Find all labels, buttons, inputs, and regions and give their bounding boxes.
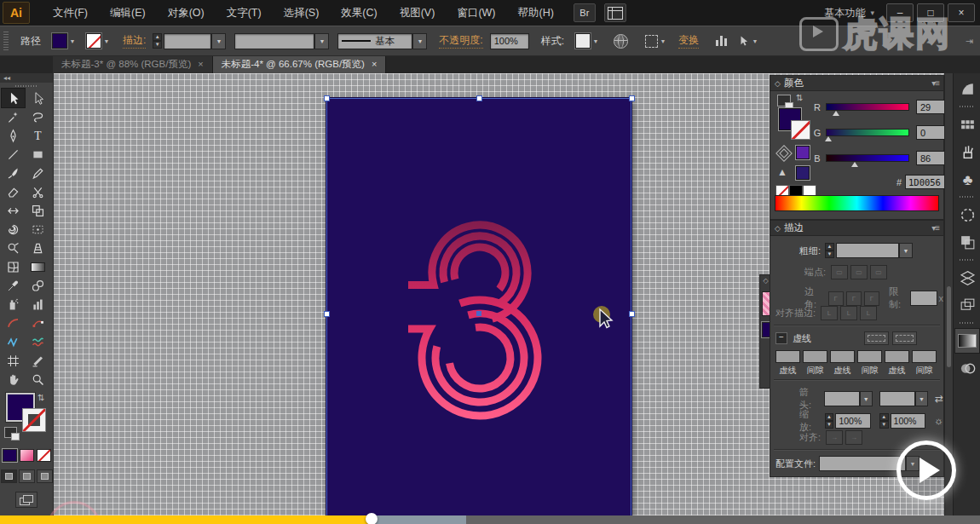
align-arrow-tip-button[interactable]: → bbox=[826, 430, 843, 445]
dock-grip[interactable] bbox=[960, 196, 975, 198]
stepper-down-icon[interactable]: ▼ bbox=[825, 250, 834, 258]
dash-input[interactable] bbox=[775, 350, 800, 363]
limit-input[interactable] bbox=[910, 291, 937, 306]
join-miter-button[interactable]: Γ bbox=[828, 291, 844, 306]
dash-input[interactable] bbox=[885, 350, 909, 363]
stepper-down-icon[interactable]: ▼ bbox=[153, 41, 162, 49]
stepper-up-icon[interactable]: ▲ bbox=[825, 243, 834, 250]
artboard[interactable] bbox=[326, 98, 631, 515]
align-distribute-icon[interactable] bbox=[716, 36, 727, 46]
variable-width-select[interactable] bbox=[234, 33, 314, 49]
slider-thumb[interactable] bbox=[833, 111, 839, 116]
chevron-down-icon[interactable]: ▼ bbox=[412, 33, 427, 49]
paint-none-button[interactable] bbox=[37, 449, 51, 462]
minimize-button[interactable]: – bbox=[886, 3, 914, 22]
menu-type[interactable]: 文字(T) bbox=[216, 0, 273, 26]
color-panel-header[interactable]: ◇ 颜色 ▾≡ bbox=[770, 76, 943, 91]
symbol-sprayer-tool-icon[interactable] bbox=[2, 295, 25, 314]
transform-panel-icon[interactable] bbox=[955, 293, 979, 317]
pathfinder-panel-icon[interactable] bbox=[955, 230, 979, 254]
chevron-down-icon[interactable]: ▼ bbox=[860, 391, 873, 406]
column-graph-tool-icon[interactable] bbox=[26, 295, 49, 314]
link-scales-icon[interactable]: ☼ bbox=[934, 415, 943, 427]
panel-menu-icon[interactable]: ▾≡ bbox=[931, 78, 939, 88]
stepper-up-icon[interactable]: ▲ bbox=[825, 413, 834, 421]
gamut-swatch[interactable] bbox=[796, 166, 810, 180]
swap-icon[interactable]: ⇄ bbox=[795, 94, 804, 101]
style-swatch[interactable] bbox=[575, 33, 591, 49]
dash-align-button[interactable] bbox=[892, 331, 917, 345]
selection-tool-icon[interactable] bbox=[2, 89, 25, 107]
mini-fill-stroke-icon[interactable] bbox=[777, 95, 791, 107]
pen-tool-icon[interactable] bbox=[2, 126, 25, 145]
menu-view[interactable]: 视图(V) bbox=[389, 0, 447, 26]
stroke-none-swatch[interactable] bbox=[86, 33, 101, 49]
selection-handle-top-right[interactable] bbox=[629, 95, 635, 101]
warp-tool-icon[interactable] bbox=[2, 220, 25, 239]
appearance-panel-icon[interactable] bbox=[955, 266, 979, 290]
dock-grip[interactable] bbox=[960, 106, 975, 107]
close-icon[interactable]: × bbox=[372, 59, 377, 69]
stepper-down-icon[interactable]: ▼ bbox=[879, 421, 889, 429]
menu-effect[interactable]: 效果(C) bbox=[330, 0, 388, 26]
align-outside-button[interactable]: L bbox=[860, 306, 877, 320]
slider-thumb[interactable] bbox=[851, 162, 858, 167]
brushes-panel-icon[interactable] bbox=[955, 140, 979, 164]
align-arrow-end-button[interactable]: → bbox=[845, 430, 862, 445]
menu-help[interactable]: 帮助(H) bbox=[507, 0, 565, 26]
bridge-icon[interactable]: Br bbox=[574, 3, 596, 22]
toolbar-collapse-icon[interactable]: ◂◂ bbox=[0, 73, 53, 83]
selection-handle-top-left[interactable] bbox=[324, 95, 330, 101]
direct-selection-tool-icon[interactable] bbox=[26, 89, 49, 107]
weight-stepper[interactable]: ▲ ▼ bbox=[825, 243, 834, 258]
arrange-documents-icon[interactable] bbox=[604, 3, 626, 22]
pencil-tool-icon[interactable] bbox=[26, 164, 49, 182]
zigzag-tool-blue-icon[interactable] bbox=[2, 332, 25, 351]
red-slider[interactable] bbox=[826, 103, 909, 111]
stroke-none-swatch[interactable] bbox=[791, 120, 810, 140]
default-fill-stroke-icon[interactable] bbox=[4, 427, 17, 438]
selection-handle-right-mid[interactable] bbox=[629, 311, 635, 317]
chevron-down-icon[interactable]: ▼ bbox=[591, 34, 601, 48]
progress-playhead[interactable] bbox=[366, 513, 378, 524]
draw-inside-button[interactable] bbox=[37, 469, 53, 483]
fill-color-control[interactable]: ▼ bbox=[52, 33, 78, 49]
preferences-control[interactable]: ▼ bbox=[637, 34, 668, 48]
gap-input[interactable] bbox=[857, 350, 882, 363]
transparency-panel-icon[interactable] bbox=[955, 356, 979, 380]
chevron-down-icon[interactable]: ▼ bbox=[67, 34, 78, 48]
swap-arrowheads-icon[interactable]: ⇄ bbox=[935, 393, 943, 405]
green-slider[interactable] bbox=[826, 129, 909, 136]
stroke-proxy-swatch[interactable] bbox=[22, 408, 46, 432]
dash-preserve-button[interactable] bbox=[864, 331, 889, 345]
swatches-panel-icon[interactable] bbox=[955, 112, 979, 136]
menu-window[interactable]: 窗口(W) bbox=[446, 0, 506, 26]
chevron-down-icon[interactable]: ▼ bbox=[101, 34, 112, 48]
web-safe-swatch[interactable] bbox=[796, 146, 810, 159]
swap-fill-stroke-icon[interactable]: ⇄ bbox=[37, 394, 46, 400]
line-segment-tool-icon[interactable] bbox=[2, 145, 25, 164]
paint-gradient-button[interactable] bbox=[20, 449, 34, 462]
menu-select[interactable]: 选择(S) bbox=[273, 0, 331, 26]
symbols-panel-icon[interactable]: ♣ bbox=[955, 167, 979, 191]
chevron-down-icon[interactable]: ▼ bbox=[899, 243, 913, 258]
panel-grip[interactable] bbox=[3, 32, 9, 50]
toolbar-grip[interactable] bbox=[15, 85, 37, 87]
fill-swatch[interactable] bbox=[52, 33, 67, 49]
blend-tool-icon[interactable] bbox=[26, 276, 49, 295]
align-center-button[interactable]: L bbox=[821, 306, 838, 320]
web-color-cube-icon[interactable] bbox=[775, 145, 793, 162]
video-progress-bar[interactable] bbox=[0, 515, 980, 524]
scale-input-2[interactable]: 100% bbox=[891, 413, 925, 429]
puppet-warp-tool-icon[interactable] bbox=[26, 220, 49, 239]
curvature-tool-red-icon[interactable] bbox=[26, 314, 49, 332]
arrowhead-end-select[interactable] bbox=[879, 391, 915, 406]
menu-edit[interactable]: 编辑(E) bbox=[99, 0, 157, 26]
workspace-switcher[interactable]: 基本功能 ▾ bbox=[824, 6, 874, 20]
artboard-tool-icon[interactable] bbox=[2, 351, 25, 370]
gradient-panel-icon[interactable] bbox=[955, 329, 979, 353]
type-tool-icon[interactable]: T bbox=[26, 126, 49, 145]
hand-tool-icon[interactable] bbox=[2, 370, 25, 389]
document-setup-icon[interactable] bbox=[614, 34, 628, 49]
eraser-tool-icon[interactable] bbox=[2, 182, 25, 201]
